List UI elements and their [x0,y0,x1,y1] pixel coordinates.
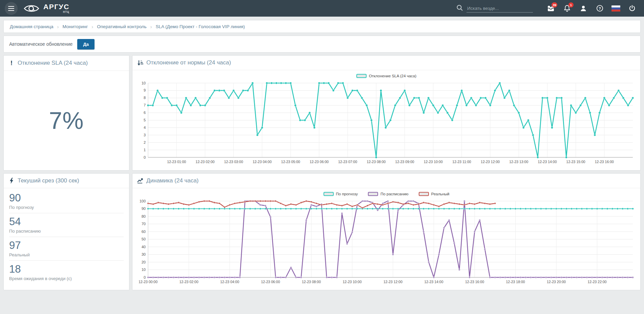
dynamics-title: Динамика (24 часа) [146,177,199,184]
profile-button[interactable] [576,1,590,16]
stat-label: По расписанию [9,229,124,234]
svg-text:12-23 01:00: 12-23 01:00 [167,160,186,164]
norm-deviation-card: Отклонение от нормы (24 часа) Отклонение… [132,55,641,171]
search-input[interactable] [466,4,533,13]
legend-label: Отклонение SLA (24 часа) [369,74,416,78]
sla-deviation-title: Отклонение SLA (24 часа) [18,60,88,66]
svg-text:12-23 08:00: 12-23 08:00 [302,280,321,284]
svg-text:12-23 16:00: 12-23 16:00 [465,280,484,284]
stat-value: 90 [9,192,124,204]
svg-text:12-23 22:00: 12-23 22:00 [588,280,607,284]
breadcrumb-home[interactable]: Домашняя страница [10,24,53,29]
stat-value: 54 [9,216,124,228]
norm-deviation-title: Отклонение от нормы (24 часа) [146,59,231,66]
legend-label: Реальный [431,192,450,196]
sla-deviation-card: ! Отклонение SLA (24 часа) 7% [3,55,129,171]
question-icon: ? [596,5,603,12]
svg-text:12-23 14:00: 12-23 14:00 [424,280,443,284]
chart-legend: Отклонение SLA (24 часа) [135,72,638,80]
sla-deviation-value: 7% [49,107,84,134]
svg-text:70: 70 [142,222,146,226]
svg-text:12-23 10:00: 12-23 10:00 [342,280,361,284]
svg-text:12-23 12:00: 12-23 12:00 [383,280,402,284]
svg-text:12-23 07:00: 12-23 07:00 [338,160,357,164]
breadcrumb-monitoring[interactable]: Мониторинг [62,24,88,29]
exclamation-icon: ! [8,59,15,67]
svg-text:12-23 08:00: 12-23 08:00 [367,160,386,164]
line-chart-icon [137,178,143,183]
svg-text:6: 6 [144,111,146,115]
svg-text:12-23 06:00: 12-23 06:00 [310,160,329,164]
legend-swatch [356,74,367,78]
svg-text:90: 90 [142,207,146,211]
svg-text:80: 80 [142,214,146,218]
svg-text:12-23 14:00: 12-23 14:00 [538,160,557,164]
svg-text:3: 3 [144,133,146,137]
legend-item[interactable]: Отклонение SLA (24 часа) [356,74,416,78]
stat-forecast: 90 По прогнозу [9,190,124,213]
chevron-right-icon: › [91,24,93,30]
language-button[interactable] [609,1,623,16]
svg-text:12-23 04:00: 12-23 04:00 [220,280,239,284]
auto-refresh-bar: Автоматическое обновление Да [3,36,641,53]
svg-text:12-23 04:00: 12-23 04:00 [253,160,272,164]
logout-button[interactable] [625,1,639,16]
breadcrumb-current-page: SLA (Демо Проект - Голосовая VIP линия) [156,24,245,29]
legend-swatch [368,192,378,196]
norm-deviation-chart[interactable]: 01234567891012-23 01:0012-23 02:0012-23 … [135,80,638,165]
svg-text:30: 30 [142,252,146,256]
current-slice-title: Текуший срез (300 сек) [18,177,79,184]
stat-value: 97 [9,240,124,251]
breadcrumb-operational-control[interactable]: Оперативный контроль [97,24,146,29]
dynamics-chart[interactable]: 010203040506070809010012-23 00:0012-23 0… [135,198,638,286]
dynamics-card: Динамика (24 часа) По прогнозуПо расписа… [132,173,641,290]
svg-text:8: 8 [144,96,146,100]
stat-queue-wait: 18 Время ожидания в очереди (с) [9,261,124,284]
svg-text:12-23 18:00: 12-23 18:00 [506,280,525,284]
power-icon [629,5,636,12]
stat-label: Время ожидания в очереди (с) [9,276,124,281]
app-logo[interactable]: АРГУС нтц [23,3,69,14]
auto-refresh-toggle[interactable]: Да [77,39,95,50]
legend-item[interactable]: По расписанию [368,192,409,196]
stat-value: 18 [9,263,124,275]
breadcrumb: Домашняя страница › Мониторинг › Операти… [3,20,641,33]
svg-text:12-23 16:00: 12-23 16:00 [595,160,614,164]
svg-text:0: 0 [144,155,146,159]
stat-label: По прогнозу [9,205,124,210]
svg-text:12-23 06:00: 12-23 06:00 [261,280,280,284]
svg-text:12-23 12:00: 12-23 12:00 [481,160,500,164]
inbox-badge: 39 [552,2,557,7]
legend-swatch [419,192,429,196]
menu-icon[interactable] [5,2,18,15]
legend-swatch [324,192,334,196]
stat-schedule: 54 По расписанию [9,213,124,237]
svg-text:100: 100 [140,199,146,203]
svg-text:12-23 11:00: 12-23 11:00 [452,160,471,164]
inbox-button[interactable]: 39 [544,1,558,16]
notifications-badge: 1 [568,2,574,7]
legend-item[interactable]: По прогнозу [324,192,358,196]
svg-text:20: 20 [142,260,146,264]
svg-text:12-23 13:00: 12-23 13:00 [509,160,528,164]
svg-text:?: ? [598,6,601,11]
notifications-button[interactable]: 1 [560,1,574,16]
chevron-right-icon: › [57,24,59,30]
svg-text:2: 2 [144,140,146,144]
svg-text:50: 50 [142,237,146,241]
svg-text:0: 0 [144,275,146,279]
brand-name: АРГУС [43,3,69,10]
svg-text:12-23 10:00: 12-23 10:00 [424,160,443,164]
current-slice-card: Текуший срез (300 сек) 90 По прогнозу 54… [3,173,129,290]
svg-text:12-23 02:00: 12-23 02:00 [195,160,214,164]
person-icon [580,5,587,12]
svg-text:12-23 09:00: 12-23 09:00 [395,160,414,164]
stat-label: Реальный [9,252,124,257]
svg-text:12-23 00:00: 12-23 00:00 [139,280,158,284]
legend-item[interactable]: Реальный [419,192,450,196]
stat-real: 97 Реальный [9,237,124,261]
search-icon[interactable] [456,4,463,13]
help-button[interactable]: ? [593,1,607,16]
chevron-right-icon: › [150,24,152,30]
lightning-icon [8,178,15,184]
